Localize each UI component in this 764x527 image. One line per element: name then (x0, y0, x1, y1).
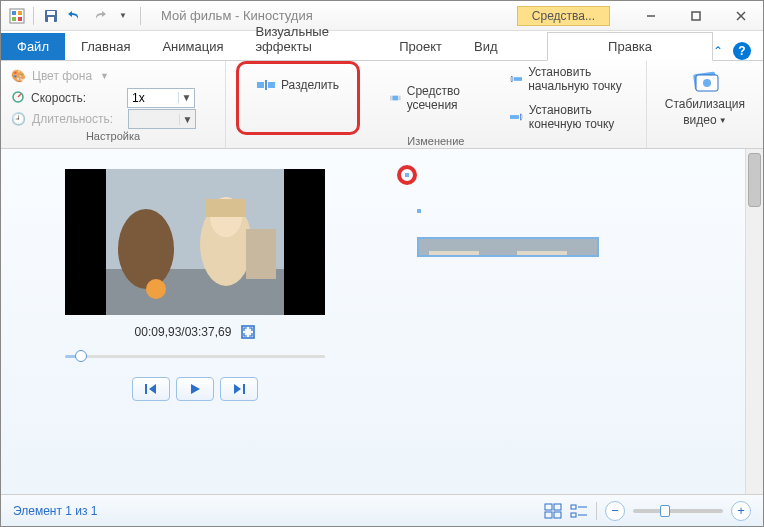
status-bar: Элемент 1 из 1 − + (1, 494, 763, 526)
vertical-scrollbar[interactable] (745, 149, 763, 494)
preview-player[interactable] (65, 169, 325, 315)
clip-3[interactable] (417, 237, 599, 257)
clip-2[interactable] (417, 209, 421, 213)
clip-highlight (397, 165, 417, 185)
split-label: Разделить (281, 78, 339, 92)
trim-tool-button[interactable]: Средство усечения (380, 80, 480, 116)
bg-color-label: Цвет фона (32, 69, 92, 83)
svg-rect-58 (545, 504, 552, 510)
set-start-label: Установить начальную точку (528, 65, 626, 93)
tab-edit[interactable]: Правка (547, 32, 713, 61)
svg-rect-3 (12, 17, 16, 21)
save-icon[interactable] (42, 7, 60, 25)
svg-rect-57 (517, 251, 567, 257)
svg-rect-19 (399, 95, 401, 100)
set-end-point-button[interactable]: Установить конечную точку (500, 99, 636, 135)
prev-frame-button[interactable] (132, 377, 170, 401)
ribbon-group-settings: 🎨 Цвет фона ▼ Скорость: ▼ 🕘 Длительность… (1, 61, 226, 148)
tab-view[interactable]: Вид (458, 33, 514, 60)
timeline-pane (389, 149, 763, 494)
play-button[interactable] (176, 377, 214, 401)
tab-home[interactable]: Главная (65, 33, 146, 60)
ribbon: 🎨 Цвет фона ▼ Скорость: ▼ 🕘 Длительность… (1, 61, 763, 149)
end-point-icon (510, 112, 523, 122)
split-button[interactable]: Разделить (247, 74, 349, 96)
scrollbar-thumb[interactable] (748, 153, 761, 207)
timecode: 00:09,93/03:37,69 (135, 325, 232, 339)
qat-dropdown-icon[interactable]: ▼ (114, 7, 132, 25)
chevron-down-icon: ▼ (179, 114, 195, 125)
maximize-button[interactable] (673, 2, 718, 30)
playback-controls (132, 377, 258, 401)
group-label-edit: Изменение (407, 135, 464, 149)
svg-rect-14 (257, 82, 264, 88)
detail-view-icon[interactable] (570, 503, 588, 519)
timecode-row: 00:09,93/03:37,69 (135, 325, 256, 339)
seek-thumb[interactable] (75, 350, 87, 362)
collapse-ribbon-icon[interactable]: ⌃ (713, 44, 723, 58)
minimize-button[interactable] (628, 2, 673, 30)
undo-icon[interactable] (66, 7, 84, 25)
clip-thumbnail (419, 239, 511, 257)
clip-row-3 (417, 237, 751, 257)
tab-project[interactable]: Проект (383, 33, 458, 60)
speed-combo[interactable]: ▼ (127, 88, 195, 108)
clip-thumbnail (511, 239, 597, 257)
group-label-settings: Настройка (11, 130, 215, 144)
clip-row-2 (417, 209, 751, 213)
status-right: − + (544, 501, 751, 521)
help-icon[interactable]: ? (733, 42, 751, 60)
seek-bar[interactable] (65, 349, 325, 363)
app-window: ▼ Мой фильм - Киностудия Средства... Фай… (0, 0, 764, 527)
set-start-point-button[interactable]: Установить начальную точку (500, 61, 636, 97)
stabilization-button[interactable]: Стабилизация видео ▼ (657, 65, 753, 129)
redo-icon[interactable] (90, 7, 108, 25)
zoom-thumb[interactable] (660, 505, 670, 517)
svg-rect-15 (268, 82, 275, 88)
split-icon (257, 80, 275, 90)
app-icon (9, 8, 25, 24)
svg-rect-55 (429, 251, 479, 257)
svg-rect-7 (48, 17, 54, 22)
svg-rect-62 (571, 505, 576, 509)
split-button-highlight: Разделить (236, 61, 360, 135)
chevron-down-icon: ▼ (100, 71, 109, 81)
seek-track (65, 355, 325, 358)
ribbon-group-stabilization: Стабилизация видео ▼ (647, 61, 763, 148)
clock-icon: 🕘 (11, 112, 26, 126)
separator (596, 502, 597, 520)
file-tab[interactable]: Файл (1, 33, 65, 60)
svg-line-13 (18, 94, 21, 97)
svg-rect-17 (392, 95, 398, 100)
svg-rect-61 (554, 512, 561, 518)
svg-rect-39 (243, 384, 245, 394)
chevron-down-icon: ▼ (719, 116, 727, 125)
zoom-in-button[interactable]: + (731, 501, 751, 521)
bg-color-row: 🎨 Цвет фона ▼ (11, 65, 215, 87)
close-button[interactable] (718, 2, 763, 30)
svg-rect-22 (510, 77, 512, 81)
tab-visual-effects[interactable]: Визуальные эффекты (239, 18, 383, 60)
svg-point-36 (146, 279, 166, 299)
zoom-slider[interactable] (633, 509, 723, 513)
trim-icon (390, 92, 401, 104)
tab-animation[interactable]: Анимация (146, 33, 239, 60)
stabilization-label-2: видео (683, 113, 716, 127)
svg-rect-4 (18, 17, 22, 21)
start-point-icon (510, 74, 522, 84)
speed-label: Скорость: (31, 91, 121, 105)
duration-label: Длительность: (32, 112, 122, 126)
clip-1[interactable] (405, 173, 409, 177)
svg-rect-35 (246, 229, 276, 279)
svg-rect-1 (12, 11, 16, 15)
system-buttons (628, 2, 763, 30)
next-frame-button[interactable] (220, 377, 258, 401)
zoom-out-button[interactable]: − (605, 501, 625, 521)
speed-input[interactable] (128, 89, 178, 107)
fullscreen-icon[interactable] (241, 325, 255, 339)
chevron-down-icon[interactable]: ▼ (178, 92, 194, 103)
thumbnail-view-icon[interactable] (544, 503, 562, 519)
svg-rect-6 (47, 11, 55, 15)
duration-input (129, 110, 179, 128)
svg-point-28 (703, 79, 711, 87)
